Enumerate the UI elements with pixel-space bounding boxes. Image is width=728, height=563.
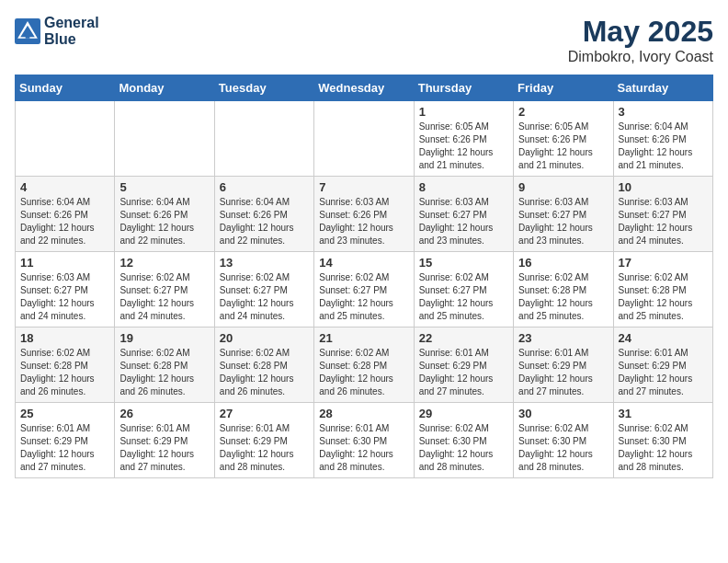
- day-cell: 29Sunrise: 6:02 AM Sunset: 6:30 PM Dayli…: [414, 403, 513, 478]
- logo-line2: Blue: [44, 31, 99, 48]
- calendar-subtitle: Dimbokro, Ivory Coast: [568, 49, 713, 65]
- svg-rect-3: [26, 31, 30, 39]
- day-header-thursday: Thursday: [414, 75, 513, 101]
- day-cell: [314, 101, 414, 177]
- day-cell: 4Sunrise: 6:04 AM Sunset: 6:26 PM Daylig…: [16, 177, 115, 252]
- day-number: 12: [119, 256, 209, 270]
- week-row-4: 18Sunrise: 6:02 AM Sunset: 6:28 PM Dayli…: [16, 327, 713, 403]
- day-info: Sunrise: 6:02 AM Sunset: 6:28 PM Dayligh…: [619, 271, 708, 323]
- day-info: Sunrise: 6:01 AM Sunset: 6:29 PM Dayligh…: [119, 422, 209, 474]
- logo-text: General Blue: [44, 15, 99, 47]
- day-info: Sunrise: 6:02 AM Sunset: 6:28 PM Dayligh…: [518, 271, 608, 323]
- week-row-1: 1Sunrise: 6:05 AM Sunset: 6:26 PM Daylig…: [16, 101, 713, 177]
- day-number: 8: [419, 180, 508, 194]
- day-number: 29: [419, 407, 508, 420]
- day-info: Sunrise: 6:02 AM Sunset: 6:30 PM Dayligh…: [419, 422, 508, 474]
- day-info: Sunrise: 6:02 AM Sunset: 6:28 PM Dayligh…: [20, 347, 109, 398]
- day-info: Sunrise: 6:01 AM Sunset: 6:29 PM Dayligh…: [220, 422, 309, 474]
- day-header-friday: Friday: [514, 75, 613, 101]
- day-cell: 6Sunrise: 6:04 AM Sunset: 6:26 PM Daylig…: [214, 177, 313, 252]
- day-info: Sunrise: 6:02 AM Sunset: 6:28 PM Dayligh…: [220, 347, 309, 398]
- day-number: 2: [518, 105, 608, 119]
- day-number: 9: [518, 180, 608, 194]
- header: General Blue May 2025 Dimbokro, Ivory Co…: [15, 15, 713, 65]
- day-info: Sunrise: 6:04 AM Sunset: 6:26 PM Dayligh…: [20, 196, 109, 247]
- day-info: Sunrise: 6:03 AM Sunset: 6:27 PM Dayligh…: [619, 196, 708, 247]
- day-number: 26: [119, 407, 209, 420]
- day-info: Sunrise: 6:05 AM Sunset: 6:26 PM Dayligh…: [419, 121, 508, 172]
- day-number: 11: [20, 256, 109, 270]
- logo: General Blue: [15, 15, 99, 47]
- day-cell: 27Sunrise: 6:01 AM Sunset: 6:29 PM Dayli…: [214, 403, 313, 478]
- day-header-tuesday: Tuesday: [214, 75, 313, 101]
- day-number: 23: [518, 331, 608, 345]
- day-info: Sunrise: 6:01 AM Sunset: 6:30 PM Dayligh…: [319, 422, 408, 474]
- calendar-title: May 2025: [568, 15, 713, 49]
- day-cell: 31Sunrise: 6:02 AM Sunset: 6:30 PM Dayli…: [613, 403, 712, 478]
- day-info: Sunrise: 6:02 AM Sunset: 6:28 PM Dayligh…: [319, 347, 408, 398]
- day-number: 31: [619, 407, 708, 420]
- day-info: Sunrise: 6:04 AM Sunset: 6:26 PM Dayligh…: [619, 121, 708, 172]
- day-number: 16: [518, 256, 608, 270]
- day-info: Sunrise: 6:02 AM Sunset: 6:27 PM Dayligh…: [319, 271, 408, 323]
- day-header-monday: Monday: [115, 75, 214, 101]
- day-cell: 8Sunrise: 6:03 AM Sunset: 6:27 PM Daylig…: [414, 177, 513, 252]
- day-number: 28: [319, 407, 408, 420]
- day-cell: 30Sunrise: 6:02 AM Sunset: 6:30 PM Dayli…: [514, 403, 613, 478]
- day-info: Sunrise: 6:02 AM Sunset: 6:28 PM Dayligh…: [119, 347, 209, 398]
- day-number: 21: [319, 331, 408, 345]
- day-cell: 22Sunrise: 6:01 AM Sunset: 6:29 PM Dayli…: [414, 327, 513, 403]
- day-number: 30: [518, 407, 608, 420]
- day-number: 22: [419, 331, 508, 345]
- day-number: 10: [619, 180, 708, 194]
- day-header-saturday: Saturday: [613, 75, 712, 101]
- week-row-5: 25Sunrise: 6:01 AM Sunset: 6:29 PM Dayli…: [16, 403, 713, 478]
- day-number: 14: [319, 256, 408, 270]
- day-number: 25: [20, 407, 109, 420]
- day-number: 3: [619, 105, 708, 119]
- day-number: 7: [319, 180, 408, 194]
- day-cell: 11Sunrise: 6:03 AM Sunset: 6:27 PM Dayli…: [16, 252, 115, 327]
- day-number: 1: [419, 105, 508, 119]
- day-cell: [214, 101, 313, 177]
- day-number: 17: [619, 256, 708, 270]
- day-info: Sunrise: 6:01 AM Sunset: 6:29 PM Dayligh…: [20, 422, 109, 474]
- day-cell: [16, 101, 115, 177]
- day-header-sunday: Sunday: [16, 75, 115, 101]
- day-cell: 3Sunrise: 6:04 AM Sunset: 6:26 PM Daylig…: [613, 101, 712, 177]
- calendar-header-row: SundayMondayTuesdayWednesdayThursdayFrid…: [16, 75, 713, 101]
- day-number: 27: [220, 407, 309, 420]
- day-cell: 13Sunrise: 6:02 AM Sunset: 6:27 PM Dayli…: [214, 252, 313, 327]
- day-cell: 2Sunrise: 6:05 AM Sunset: 6:26 PM Daylig…: [514, 101, 613, 177]
- calendar-table: SundayMondayTuesdayWednesdayThursdayFrid…: [15, 75, 713, 478]
- week-row-3: 11Sunrise: 6:03 AM Sunset: 6:27 PM Dayli…: [16, 252, 713, 327]
- logo-icon: [15, 18, 40, 44]
- day-info: Sunrise: 6:03 AM Sunset: 6:27 PM Dayligh…: [20, 271, 109, 323]
- day-cell: 21Sunrise: 6:02 AM Sunset: 6:28 PM Dayli…: [314, 327, 414, 403]
- day-info: Sunrise: 6:01 AM Sunset: 6:29 PM Dayligh…: [619, 347, 708, 398]
- day-cell: 16Sunrise: 6:02 AM Sunset: 6:28 PM Dayli…: [514, 252, 613, 327]
- day-cell: 15Sunrise: 6:02 AM Sunset: 6:27 PM Dayli…: [414, 252, 513, 327]
- day-number: 20: [220, 331, 309, 345]
- day-cell: 14Sunrise: 6:02 AM Sunset: 6:27 PM Dayli…: [314, 252, 414, 327]
- day-cell: 24Sunrise: 6:01 AM Sunset: 6:29 PM Dayli…: [613, 327, 712, 403]
- day-info: Sunrise: 6:02 AM Sunset: 6:27 PM Dayligh…: [220, 271, 309, 323]
- day-cell: 9Sunrise: 6:03 AM Sunset: 6:27 PM Daylig…: [514, 177, 613, 252]
- day-number: 4: [20, 180, 109, 194]
- day-info: Sunrise: 6:01 AM Sunset: 6:29 PM Dayligh…: [518, 347, 608, 398]
- day-info: Sunrise: 6:05 AM Sunset: 6:26 PM Dayligh…: [518, 121, 608, 172]
- day-info: Sunrise: 6:03 AM Sunset: 6:27 PM Dayligh…: [518, 196, 608, 247]
- day-info: Sunrise: 6:04 AM Sunset: 6:26 PM Dayligh…: [220, 196, 309, 247]
- day-cell: 25Sunrise: 6:01 AM Sunset: 6:29 PM Dayli…: [16, 403, 115, 478]
- day-number: 13: [220, 256, 309, 270]
- day-cell: 1Sunrise: 6:05 AM Sunset: 6:26 PM Daylig…: [414, 101, 513, 177]
- title-area: May 2025 Dimbokro, Ivory Coast: [568, 15, 713, 65]
- day-cell: 5Sunrise: 6:04 AM Sunset: 6:26 PM Daylig…: [115, 177, 214, 252]
- day-cell: 7Sunrise: 6:03 AM Sunset: 6:26 PM Daylig…: [314, 177, 414, 252]
- day-number: 18: [20, 331, 109, 345]
- day-cell: 28Sunrise: 6:01 AM Sunset: 6:30 PM Dayli…: [314, 403, 414, 478]
- day-number: 5: [119, 180, 209, 194]
- day-info: Sunrise: 6:02 AM Sunset: 6:27 PM Dayligh…: [419, 271, 508, 323]
- day-info: Sunrise: 6:02 AM Sunset: 6:27 PM Dayligh…: [119, 271, 209, 323]
- day-cell: 12Sunrise: 6:02 AM Sunset: 6:27 PM Dayli…: [115, 252, 214, 327]
